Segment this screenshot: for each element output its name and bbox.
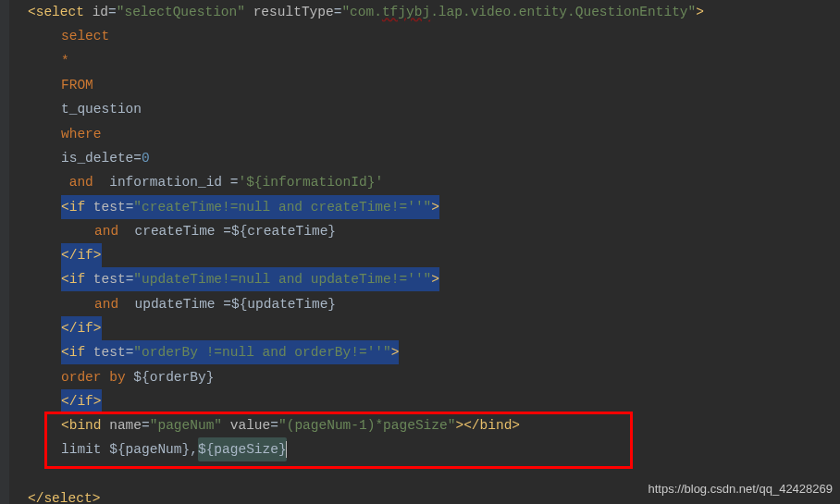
identifier: createTime =${createTime} [135,219,337,243]
attr-name: id [93,0,108,24]
attr-value: "createTime!=null and createTime!=''" [133,200,431,215]
identifier: is_delete= [61,146,142,170]
attr-value: "updateTime!=null and updateTime!=''" [133,272,431,287]
attr-name: name [109,413,142,437]
keyword: and [61,170,109,194]
code-line[interactable]: * [9,49,840,73]
code-line[interactable]: </if> [9,316,840,340]
attr-name: test [93,200,126,215]
code-line[interactable]: t_question [9,97,840,121]
tag-bracket: < [28,0,36,24]
code-line[interactable]: <if test="updateTime!=null and updateTim… [9,267,840,291]
attr-name: test [93,345,126,360]
code-line[interactable]: order by ${orderBy} [9,364,840,388]
code-line[interactable]: limit ${pageNum},${pageSize} [9,437,840,461]
identifier: information_id = [109,170,238,194]
code-line[interactable]: and information_id ='${informationId}' [9,170,840,194]
tag-name: select [43,486,92,504]
tag-name: if [77,394,93,409]
tag-name: if [77,321,93,336]
number: 0 [142,146,150,170]
tag-name: if [69,200,85,215]
code-line[interactable]: FROM [9,73,840,97]
tag-name: if [69,272,85,287]
keyword: order by [61,365,133,389]
code-line[interactable]: where [9,121,840,145]
attr-value: "com. [341,0,382,24]
attr-value: "selectQuestion" [117,0,245,24]
code-line[interactable]: select [9,24,840,48]
code-line[interactable]: and updateTime =${updateTime} [9,292,840,316]
keyword: and [94,292,135,316]
keyword: where [61,122,102,146]
identifier: updateTime =${updateTime} [135,292,337,316]
code-line[interactable]: </if> [9,389,840,413]
keyword: and [94,219,135,243]
attr-value: "orderBy !=null and orderBy!=''" [133,345,390,360]
identifier: t_question [61,97,142,121]
attr-value: "pageNum" [150,413,222,437]
attr-name: resultType [253,0,334,24]
tag-name: if [69,345,85,360]
code-line[interactable]: and createTime =${createTime} [9,219,840,243]
code-line[interactable]: </if> [9,243,840,267]
code-line[interactable]: <bind name="pageNum" value="(pageNum-1)*… [9,413,840,437]
identifier: limit ${pageNum} [61,437,190,461]
attr-value: "(pageNum-1)*pageSize" [278,413,455,437]
selection: ${pageSize} [198,442,287,457]
code-editor[interactable]: <select id="selectQuestion" resultType="… [0,0,840,504]
tag-name: select [36,0,84,24]
tag-name: bind [480,413,513,437]
watermark: https://blog.csdn.net/qq_42428269 [649,477,834,501]
code-line[interactable]: is_delete=0 [9,146,840,170]
attr-name: test [93,272,126,287]
string: '${informationId}' [238,170,383,194]
code-line[interactable]: <select id="selectQuestion" resultType="… [9,0,840,24]
keyword: select [61,24,109,48]
attr-value-underline: tfjybj [382,0,430,24]
caret [286,441,287,458]
keyword: FROM [61,73,93,97]
tag-name: bind [69,413,102,437]
attr-name: value [230,413,271,437]
tag-name: if [77,248,93,263]
code-line[interactable]: <if test="createTime!=null and createTim… [9,194,840,218]
keyword: * [61,49,69,73]
code-line[interactable]: <if test="orderBy !=null and orderBy!=''… [9,340,840,364]
identifier: ${orderBy} [133,365,214,389]
